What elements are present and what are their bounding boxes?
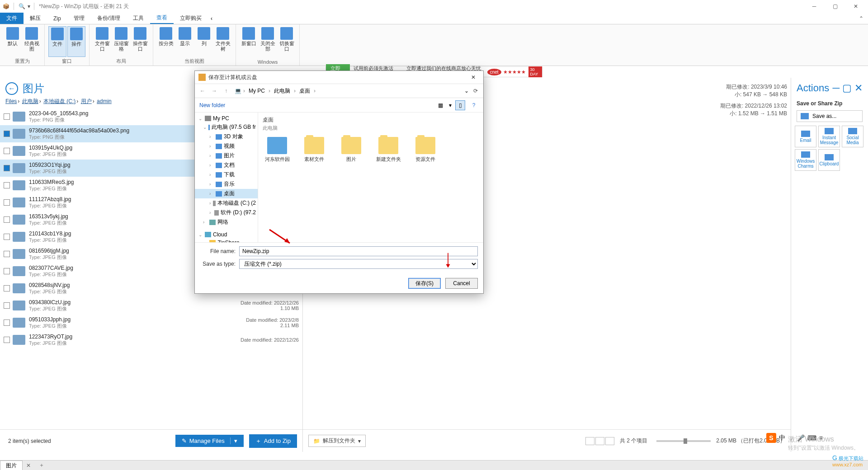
ribbon-filepane[interactable]: 文件窗口 (93, 26, 111, 57)
file-checkbox[interactable] (4, 337, 10, 343)
zoom-slider[interactable] (656, 440, 711, 442)
view-mode-icon[interactable]: ▦ (435, 100, 445, 110)
file-checkbox[interactable] (4, 199, 10, 206)
file-checkbox[interactable] (4, 165, 10, 171)
file-checkbox[interactable] (4, 285, 10, 291)
back-button[interactable]: ← (5, 82, 18, 95)
save-share-heading: Save or Share Zip (791, 99, 868, 108)
ribbon-collapse-icon[interactable]: ⌃ (854, 13, 868, 24)
dialog-close-icon[interactable]: ✕ (467, 74, 480, 80)
tab-unzip[interactable]: 解压 (24, 13, 47, 24)
ribbon-newwin[interactable]: 新窗口 (240, 26, 258, 58)
tab-view[interactable]: 查看 (150, 13, 174, 24)
actions-maximize-icon[interactable]: ▢ (842, 82, 852, 94)
actions-close-icon[interactable]: ✕ (854, 82, 863, 94)
minimize-button[interactable]: ─ (804, 0, 825, 13)
rating-stars-icon: ★★★★★ (503, 69, 526, 75)
tab-buy[interactable]: 立即购买 (174, 13, 208, 24)
ribbon-default[interactable]: 默认 (4, 26, 22, 57)
folder-item[interactable]: 资源文件 (411, 137, 440, 163)
ime-lang[interactable]: 中 (779, 434, 785, 442)
view-mode-dropdown[interactable]: ▾ (449, 102, 452, 108)
ribbon-closeall[interactable]: 关闭全部 (259, 26, 277, 58)
file-row[interactable]: 0934380lCzU.jpg Type: JPEG 图像 Date modif… (0, 297, 302, 314)
folder-content[interactable]: 桌面 此电脑 河东软件园素材文件图片新建文件夹资源文件 (258, 113, 483, 242)
file-row[interactable]: 0951033Jpph.jpg Type: JPEG 图像 Date modif… (0, 314, 302, 331)
ribbon-actions[interactable]: 操作 (67, 26, 85, 57)
ribbon-columns[interactable]: 列 (195, 26, 213, 57)
file-checkbox[interactable] (4, 148, 10, 154)
close-button[interactable]: ✕ (845, 0, 866, 13)
address-bar[interactable]: 💻 ›My PC ›此电脑 ›桌面 › (233, 85, 462, 97)
tab-tools[interactable]: 工具 (127, 13, 150, 24)
nav-forward-icon[interactable]: → (209, 86, 219, 96)
tree-desktop-selected[interactable]: ›桌面 (195, 189, 258, 198)
tab-zip[interactable]: Zip (47, 13, 67, 24)
folder-item[interactable]: 新建文件夹 (374, 137, 403, 163)
ribbon-filetree[interactable]: 文件夹树 (214, 26, 232, 57)
unzip-to-folder-button[interactable]: 📁解压到文件夹▾ (308, 435, 366, 447)
view-large-icon[interactable] (585, 437, 594, 445)
file-thumbnail (13, 335, 25, 345)
cancel-button[interactable]: Cancel (445, 278, 478, 289)
help-icon[interactable]: ? (469, 100, 479, 110)
ribbon-classic[interactable]: 经典视图 (23, 26, 41, 57)
file-checkbox[interactable] (4, 113, 10, 120)
file-checkbox[interactable] (4, 251, 10, 257)
ribbon-group-by[interactable]: 按分类 (157, 26, 175, 57)
folder-item[interactable]: 图片 (337, 137, 366, 163)
ribbon-files[interactable]: 文件 (48, 26, 66, 57)
savetype-select[interactable]: 压缩文件 (*.zip) (239, 259, 478, 269)
file-checkbox[interactable] (4, 216, 10, 223)
folder-item[interactable]: 素材文件 (300, 137, 329, 163)
add-to-zip-button[interactable]: ＋Add to Zip (249, 434, 297, 448)
file-checkbox[interactable] (4, 302, 10, 309)
doc-tab[interactable]: 图片 (0, 461, 23, 470)
folder-tree[interactable]: ⌄My PC ⌄此电脑 (97.5 GB fr ›3D 对象 ›视频 ›图片 ›… (195, 113, 258, 242)
manage-files-button[interactable]: ✎Manage Files▾ (175, 435, 244, 447)
save-button[interactable]: 保存(S) (408, 278, 441, 289)
action-clipboard[interactable]: Clipboard (818, 149, 840, 171)
tab-overflow[interactable]: ‹ (208, 13, 215, 24)
new-folder-button[interactable]: New folder (199, 102, 225, 108)
save-as-button[interactable]: Save as... (797, 110, 863, 122)
ribbon-actionpane[interactable]: 操作窗口 (131, 26, 149, 57)
view-details-icon[interactable] (605, 437, 614, 445)
file-checkbox[interactable] (4, 234, 10, 240)
ribbon-group-reset: 重置为 (4, 58, 41, 65)
filename-input[interactable] (239, 246, 478, 256)
preview-pane-icon[interactable]: ▯ (455, 100, 465, 110)
action-email[interactable]: Email (795, 126, 816, 147)
file-checkbox[interactable] (4, 131, 10, 137)
file-checkbox[interactable] (4, 268, 10, 274)
doc-tab-add-icon[interactable]: ＋ (34, 461, 49, 470)
tab-backup[interactable]: 备份/清理 (91, 13, 127, 24)
address-dropdown-icon[interactable]: ⌄ (464, 88, 469, 94)
view-list-icon[interactable] (595, 437, 604, 445)
maximize-button[interactable]: ▢ (825, 0, 845, 13)
ribbon-zippane[interactable]: 压缩窗格 (112, 26, 130, 57)
ribbon-show[interactable]: 显示 (176, 26, 194, 57)
refresh-icon[interactable]: ⟳ (471, 88, 481, 94)
ribbon-switchwin[interactable]: 切换窗口 (278, 26, 296, 58)
file-row[interactable]: 1223473RyOT.jpg Type: JPEG 图像 Date modif… (0, 331, 302, 348)
tab-manage[interactable]: 管理 (67, 13, 91, 24)
file-checkbox[interactable] (4, 182, 10, 188)
content-heading: 桌面 (263, 115, 479, 125)
file-thumbnail (13, 232, 25, 242)
actions-minimize-icon[interactable]: ─ (832, 82, 840, 94)
nav-back-icon[interactable]: ← (198, 86, 208, 96)
nav-up-icon[interactable]: ↑ (221, 86, 231, 96)
action-windows-charms[interactable]: Windows Charms (795, 149, 816, 171)
qat-dropdown[interactable]: ▾ (28, 3, 30, 9)
sogou-icon[interactable]: S (766, 433, 776, 443)
file-checkbox[interactable] (4, 320, 10, 326)
dialog-icon (198, 74, 206, 81)
action-social-media[interactable]: Social Media (842, 126, 863, 147)
tab-file[interactable]: 文件 (0, 13, 24, 24)
search-icon[interactable]: 🔍 (18, 2, 26, 10)
action-instant-message[interactable]: Instant Message (818, 126, 840, 147)
charms-icon (801, 151, 810, 158)
folder-item[interactable]: 河东软件园 (263, 137, 292, 163)
doc-tab-close-icon[interactable]: ✕ (23, 461, 34, 470)
